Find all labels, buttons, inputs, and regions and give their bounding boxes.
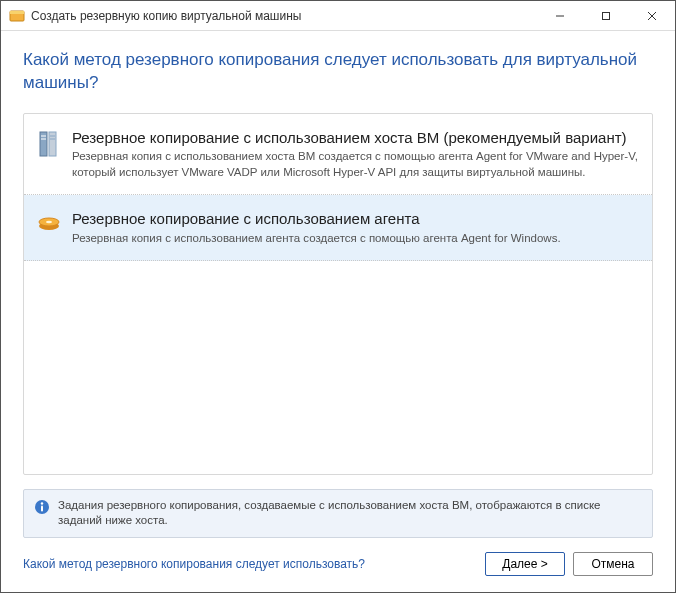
- svg-point-14: [46, 221, 52, 223]
- window-controls: [537, 1, 675, 30]
- svg-rect-17: [41, 505, 43, 511]
- backup-method-options: Резервное копирование с использованием х…: [23, 113, 653, 475]
- minimize-button[interactable]: [537, 1, 583, 30]
- cancel-button[interactable]: Отмена: [573, 552, 653, 576]
- content-area: Какой метод резервного копирования следу…: [1, 31, 675, 475]
- help-link[interactable]: Какой метод резервного копирования следу…: [23, 557, 365, 571]
- info-banner: Задания резервного копирования, создавае…: [23, 489, 653, 538]
- option-description: Резервная копия с использованием агента …: [72, 231, 638, 247]
- footer: Какой метод резервного копирования следу…: [1, 538, 675, 592]
- info-icon: [34, 499, 50, 515]
- svg-point-16: [41, 502, 43, 504]
- option-description: Резервная копия с использованием хоста В…: [72, 149, 638, 180]
- option-agent-backup[interactable]: Резервное копирование с использованием а…: [24, 195, 652, 261]
- option-text: Резервное копирование с использованием х…: [72, 128, 638, 181]
- maximize-button[interactable]: [583, 1, 629, 30]
- window-title: Создать резервную копию виртуальной маши…: [31, 9, 537, 23]
- info-text: Задания резервного копирования, создавае…: [58, 498, 642, 529]
- app-icon: [9, 8, 25, 24]
- page-heading: Какой метод резервного копирования следу…: [23, 49, 653, 95]
- svg-rect-1: [10, 11, 24, 14]
- titlebar: Создать резервную копию виртуальной маши…: [1, 1, 675, 31]
- option-title: Резервное копирование с использованием х…: [72, 128, 638, 148]
- server-icon: [36, 128, 62, 181]
- disk-icon: [36, 209, 62, 246]
- option-title: Резервное копирование с использованием а…: [72, 209, 638, 229]
- option-vm-host-backup[interactable]: Резервное копирование с использованием х…: [24, 114, 652, 196]
- options-filler: [24, 261, 652, 475]
- next-button[interactable]: Далее >: [485, 552, 565, 576]
- option-text: Резервное копирование с использованием а…: [72, 209, 638, 246]
- svg-rect-3: [603, 12, 610, 19]
- close-button[interactable]: [629, 1, 675, 30]
